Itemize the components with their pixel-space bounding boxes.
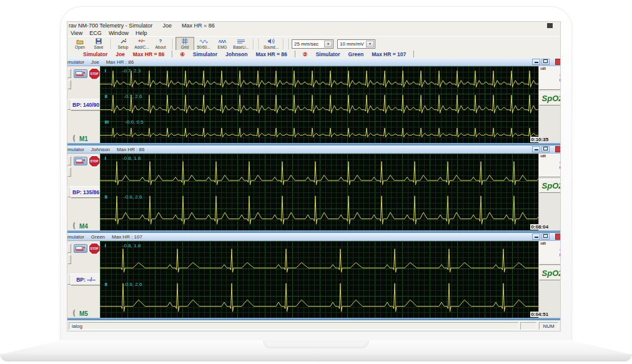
panel-minimize-button[interactable] bbox=[532, 146, 540, 152]
app-title: rav NM-700 Telemetry - Simulator bbox=[69, 22, 152, 29]
emg-filter-button[interactable]: EMG bbox=[213, 37, 232, 51]
app-titlebar: rav NM-700 Telemetry - Simulator Joe Max… bbox=[67, 22, 560, 29]
hr-readout[interactable]: HR 86 bbox=[539, 241, 560, 265]
clipped-button[interactable] bbox=[67, 156, 71, 165]
spo2-button[interactable]: SpO2 bbox=[539, 179, 560, 193]
panel-vitals: HR 86 SpO2 0:08:04 bbox=[538, 154, 560, 230]
toolbar-separator bbox=[253, 39, 254, 49]
monitor-label: M4 bbox=[72, 222, 88, 230]
speed-select[interactable]: 25 mm/sec ▼ bbox=[292, 39, 333, 49]
session-tab-johnson[interactable]: ④ Simulator Johnson Max HR = 86 bbox=[172, 51, 295, 57]
panel-sidebar: STOP BP: --/-- M5 bbox=[67, 241, 100, 318]
panel-close-button[interactable] bbox=[555, 59, 560, 65]
chevron-down-icon: ▼ bbox=[324, 41, 332, 47]
panel-restore-button[interactable] bbox=[541, 234, 550, 240]
laptop-base-edge bbox=[0, 354, 632, 362]
monitor-label: M5 bbox=[72, 310, 88, 317]
stop-button[interactable]: STOP bbox=[88, 67, 101, 80]
panel-close-button[interactable] bbox=[555, 234, 560, 240]
statusbar: ialog NUM bbox=[67, 320, 560, 331]
plus-minus-icon: +/− bbox=[138, 38, 146, 44]
numlock-indicator: NUM bbox=[539, 322, 558, 330]
chevron-down-icon: ▼ bbox=[366, 41, 374, 47]
ecg-trace-canvas bbox=[100, 241, 538, 318]
monitor-label: M1 bbox=[72, 135, 88, 142]
session-tab-green[interactable]: ⑤ Simulator Green Max HR = 107 bbox=[295, 51, 413, 57]
ecg-display: I-0.7, 2.3II-0.7, 2.6III-0.0, 0.5 bbox=[100, 66, 538, 143]
bp-button[interactable]: BP: 135/86 bbox=[71, 186, 101, 198]
panel-restore-button[interactable] bbox=[541, 146, 550, 152]
gain-select[interactable]: 10 mm/mV ▼ bbox=[337, 39, 375, 49]
telemetry-device-icon[interactable] bbox=[74, 244, 87, 253]
toolbar-separator bbox=[259, 39, 259, 49]
elapsed-time: 0:10:35 bbox=[530, 137, 550, 142]
grid-toggle-button[interactable]: Grid bbox=[175, 37, 194, 51]
app-window: rav NM-700 Telemetry - Simulator Joe Max… bbox=[67, 22, 560, 331]
panel-minimize-button[interactable] bbox=[532, 59, 540, 65]
toolbar: Open Save Setup +/− Add/C... ? About bbox=[67, 36, 560, 51]
spo2-button[interactable]: SpO2 bbox=[539, 92, 560, 106]
telemetry-device-icon[interactable] bbox=[74, 69, 87, 78]
question-mark-icon: ? bbox=[159, 38, 162, 44]
open-button[interactable]: Open bbox=[71, 37, 89, 51]
toolbar-separator bbox=[289, 39, 289, 49]
menu-help[interactable]: Help bbox=[136, 30, 147, 36]
telemetry-device-icon[interactable] bbox=[74, 157, 87, 165]
zigzag-icon bbox=[219, 38, 227, 44]
baseline-icon bbox=[237, 38, 245, 44]
baseline-filter-button[interactable]: BaseLi... bbox=[232, 37, 250, 51]
menubar: View ECG Window Help bbox=[67, 29, 560, 36]
panel-close-button[interactable] bbox=[555, 146, 560, 152]
speaker-icon bbox=[267, 38, 275, 44]
save-button[interactable]: Save bbox=[89, 37, 108, 51]
stop-button[interactable]: STOP bbox=[88, 242, 101, 255]
stop-button[interactable]: STOP bbox=[88, 155, 101, 167]
clipped-button[interactable] bbox=[67, 167, 71, 177]
ecg-display: I-0.8, 1.8II-0.9, 2.6 bbox=[100, 241, 538, 318]
open-folder-icon bbox=[76, 38, 84, 44]
laptop-mockup: rav NM-700 Telemetry - Simulator Joe Max… bbox=[0, 0, 632, 364]
window-close-button[interactable] bbox=[547, 23, 553, 28]
panel-titlebar[interactable]: Simulator Green Max HR : 107 bbox=[67, 233, 560, 241]
floppy-disk-icon bbox=[96, 38, 102, 44]
elapsed-time: 0:08:04 bbox=[530, 224, 550, 230]
toolbar-separator bbox=[111, 39, 111, 49]
grid-icon bbox=[182, 38, 188, 44]
notch-filter-button[interactable]: 50/60... bbox=[194, 37, 213, 51]
session-tabbar: Simulator Joe Max HR = 86 ④ Simulator Jo… bbox=[67, 50, 560, 59]
panel-titlebar[interactable]: Simulator Johnson Max HR : 86 bbox=[67, 145, 560, 154]
panel-restore-button[interactable] bbox=[541, 59, 550, 65]
panel-vitals: HR 86 SpO2 0:04:51 bbox=[538, 241, 560, 318]
app-title-maxhr: Max HR = 86 bbox=[182, 22, 215, 29]
status-pane bbox=[520, 322, 536, 330]
clipped-button[interactable] bbox=[67, 69, 71, 78]
receiver-icon bbox=[72, 135, 77, 142]
clipped-button[interactable] bbox=[67, 80, 71, 89]
telemetry-window-m4: Simulator Johnson Max HR : 86 STOP bbox=[67, 145, 560, 233]
ecg-display: I-0.8, 1.8II-0.9, 2.6 bbox=[100, 154, 538, 230]
menu-window[interactable]: Window bbox=[109, 30, 129, 36]
hr-readout[interactable]: HR 86 bbox=[539, 154, 560, 177]
setup-button[interactable]: Setup bbox=[114, 37, 132, 51]
bp-button[interactable]: BP: 140/90 bbox=[71, 99, 101, 111]
tab-separator bbox=[413, 51, 414, 57]
status-message: ialog bbox=[69, 322, 519, 330]
clipped-button[interactable] bbox=[67, 255, 71, 264]
panel-titlebar[interactable]: Simulator Joe Max HR : 86 bbox=[67, 58, 560, 66]
sound-button[interactable]: Sound... bbox=[262, 37, 280, 51]
toolbar-separator bbox=[283, 39, 284, 49]
menu-ecg[interactable]: ECG bbox=[89, 30, 102, 36]
about-button[interactable]: ? About bbox=[151, 37, 170, 51]
laptop-lid-notch bbox=[263, 340, 369, 348]
panel-minimize-button[interactable] bbox=[532, 234, 540, 240]
bp-button[interactable]: BP: --/-- bbox=[71, 273, 101, 285]
sine-wave-icon bbox=[200, 38, 208, 44]
hr-readout[interactable]: HR 86 bbox=[539, 66, 560, 90]
spo2-button[interactable]: SpO2 bbox=[539, 267, 560, 280]
add-calc-button[interactable]: +/− Add/C... bbox=[132, 37, 151, 51]
clipped-button[interactable] bbox=[67, 243, 71, 253]
menu-view[interactable]: View bbox=[71, 30, 82, 36]
session-tab-joe[interactable]: Simulator Joe Max HR = 86 bbox=[67, 51, 172, 57]
ecg-trace-canvas bbox=[100, 66, 538, 143]
receiver-icon bbox=[72, 310, 77, 317]
